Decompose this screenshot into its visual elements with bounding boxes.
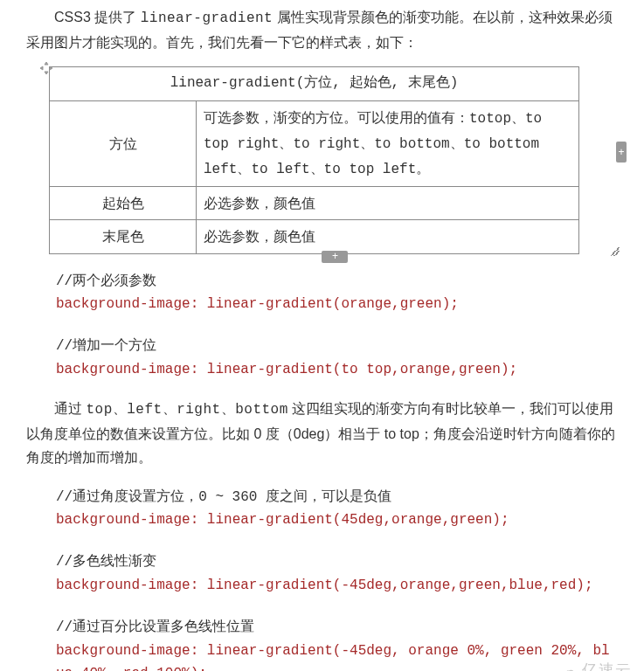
svg-marker-2 [40,66,43,70]
code-comment: //通过百分比设置多色线性位置 [28,616,616,639]
para2-pre: 通过 [54,401,86,416]
add-column-handle[interactable]: + [616,142,627,163]
code-rule: background-image: linear-gradient(orange… [28,293,616,315]
row-label: 起始色 [50,187,197,220]
code-block-1: //两个必须参数 background-image: linear-gradie… [26,270,618,382]
table-caption: linear-gradient(方位, 起始色, 末尾色) [50,67,579,100]
code-rule: background-image: linear-gradient(-45deg… [28,640,616,671]
code-rule: background-image: linear-gradient(45deg,… [28,508,616,531]
table-row: 末尾色 必选参数，颜色值 [50,220,579,253]
row-label: 末尾色 [50,220,197,253]
row-label: 方位 [50,100,197,187]
code-comment: //多色线性渐变 [28,550,616,573]
table-row: 起始色 必选参数，颜色值 [50,187,579,220]
syntax-table[interactable]: linear-gradient(方位, 起始色, 末尾色) 方位 可选参数，渐变… [49,66,579,253]
cloud-icon: ☁ [560,655,578,671]
intro-code: linear-gradient [141,10,274,26]
desc-post: 。 [416,161,430,176]
row-desc: 必选参数，颜色值 [197,220,579,253]
intro-text-1: CSS3 提供了 [54,10,141,24]
svg-marker-1 [45,72,48,74]
code-comment: //通过角度设置方位，0 ~ 360 度之间，可以是负值 [28,486,616,508]
explain-paragraph: 通过 top、left、right、bottom 这四组实现的渐变方向有时比较单… [26,397,618,470]
add-row-handle[interactable]: + [322,251,348,263]
move-handle-icon[interactable] [40,58,52,70]
table-row: 方位 可选参数，渐变的方位。可以使用的值有：totop、to top right… [50,100,579,187]
desc-pre: 可选参数，渐变的方位。可以使用的值有： [204,110,469,125]
para2-code: top、left、right、bottom [86,402,287,418]
row-desc: 可选参数，渐变的方位。可以使用的值有：totop、to top right、to… [197,100,579,187]
watermark-text: 亿速云 [582,657,632,671]
svg-marker-0 [45,62,48,65]
code-comment: //两个必须参数 [28,270,616,293]
code-block-2: //通过角度设置方位，0 ~ 360 度之间，可以是负值 background-… [26,486,618,671]
row-desc: 必选参数，颜色值 [197,187,579,220]
code-rule: background-image: linear-gradient(to top… [28,358,616,381]
intro-paragraph: CSS3 提供了 linear-gradient 属性实现背景颜色的渐变功能。在… [26,5,618,54]
code-rule: background-image: linear-gradient(-45deg… [28,574,616,597]
syntax-table-wrap: linear-gradient(方位, 起始色, 末尾色) 方位 可选参数，渐变… [49,66,618,253]
resize-handle-icon[interactable] [611,247,620,256]
svg-marker-3 [50,66,52,70]
code-comment: //增加一个方位 [28,335,616,357]
watermark: ☁ 亿速云 [560,655,632,671]
